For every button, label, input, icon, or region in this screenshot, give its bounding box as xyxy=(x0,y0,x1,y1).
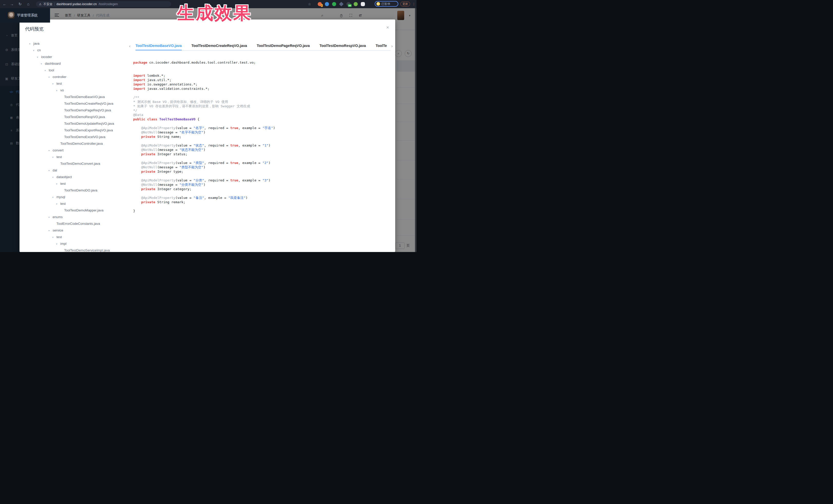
tree-node[interactable]: ▾test xyxy=(20,80,130,87)
tree-node[interactable]: ▾enums xyxy=(20,214,130,220)
tree-node-label[interactable]: convert xyxy=(53,148,64,152)
caret-down-icon[interactable]: ▾ xyxy=(55,241,58,247)
caret-down-icon[interactable]: ▾ xyxy=(51,234,55,241)
caret-down-icon[interactable]: ▾ xyxy=(55,181,58,187)
tree-node-label[interactable]: enums xyxy=(53,215,63,219)
tree-node[interactable]: ▾ToolTestDemoDO.java xyxy=(20,187,130,194)
tree-node[interactable]: ▾ToolTestDemoExcelVO.java xyxy=(20,134,130,140)
tab[interactable]: ToolTestDemoRespVO.java xyxy=(319,42,366,50)
tree-node-label[interactable]: test xyxy=(56,81,62,86)
tree-node-label[interactable]: ToolTestDemoExcelVO.java xyxy=(64,135,105,139)
code-viewer[interactable]: package cn.iocoder.dashboard.modules.too… xyxy=(133,60,394,252)
security-label[interactable]: 不安全 xyxy=(43,2,53,6)
tree-node-label[interactable]: test xyxy=(60,202,66,206)
tree-node[interactable]: ▾ToolTestDemoPageReqVO.java xyxy=(20,107,130,114)
tree-node-label[interactable]: impl xyxy=(60,242,67,246)
tree-node-label[interactable]: ToolTestDemoExportReqVO.java xyxy=(64,128,113,132)
tree-node[interactable]: ▾dashboard xyxy=(20,60,130,67)
tree-node[interactable]: ▾test xyxy=(20,234,130,240)
address-bar[interactable]: ⚠ 不安全 dashboard.yudao.iocoder.cn/tool/co… xyxy=(36,1,171,7)
tree-node-label[interactable]: controller xyxy=(53,75,66,79)
caret-down-icon[interactable]: ▾ xyxy=(47,74,51,80)
extension-diamond[interactable] xyxy=(339,2,343,6)
extension-leaf[interactable] xyxy=(354,2,358,6)
extension-orange[interactable]: 1 xyxy=(318,2,322,6)
tree-node-label[interactable]: vo xyxy=(60,88,64,92)
caret-down-icon[interactable]: ▾ xyxy=(51,174,55,181)
back-icon[interactable]: ← xyxy=(2,0,8,8)
tree-node[interactable]: ▾test xyxy=(20,154,130,160)
extension-puzzle[interactable] xyxy=(361,2,365,6)
tree-node-label[interactable]: ToolTestDemoServiceImpl.java xyxy=(64,248,110,252)
tree-node[interactable]: ▾iocoder xyxy=(20,54,130,60)
tree-node[interactable]: ▾ToolTestDemoRespVO.java xyxy=(20,114,130,120)
tree-node-label[interactable]: java xyxy=(33,42,40,45)
app-logo[interactable] xyxy=(8,12,15,19)
close-icon[interactable]: × xyxy=(386,25,389,30)
tree-node[interactable]: ▾java xyxy=(20,40,130,47)
tree-node[interactable]: ▾tool xyxy=(20,67,130,74)
tree-node-label[interactable]: ToolTestDemoMapper.java xyxy=(64,208,103,212)
tab[interactable]: ToolTe xyxy=(376,42,387,50)
caret-down-icon[interactable]: ▾ xyxy=(32,47,35,54)
tree-node[interactable]: ▾impl xyxy=(20,240,130,247)
tree-node-label[interactable]: mysql xyxy=(56,195,65,199)
tree-node-label[interactable]: ToolTestDemoBaseVO.java xyxy=(64,95,105,99)
tabs-prev-icon[interactable]: ‹ xyxy=(129,44,130,48)
tree-node[interactable]: ▾ToolTestDemoUpdateReqVO.java xyxy=(20,120,130,127)
tree-node-label[interactable]: dal xyxy=(53,168,57,172)
tree-node-label[interactable]: iocoder xyxy=(41,55,52,59)
caret-down-icon[interactable]: ▾ xyxy=(43,67,47,74)
tree-node-label[interactable]: ToolTestDemoUpdateReqVO.java xyxy=(64,122,114,125)
tree-node-label[interactable]: ToolTestDemoPageReqVO.java xyxy=(64,108,111,112)
reload-icon[interactable]: ↻ xyxy=(17,0,23,8)
tree-node[interactable]: ▾ToolTestDemoBaseVO.java xyxy=(20,94,130,100)
caret-down-icon[interactable]: ▾ xyxy=(51,194,55,201)
url-host[interactable]: dashboard.yudao.iocoder.cn xyxy=(56,2,97,6)
tree-node-label[interactable]: dataobject xyxy=(56,175,72,179)
tree-node[interactable]: ▾cn xyxy=(20,47,130,54)
tree-node-label[interactable]: service xyxy=(53,229,63,232)
tree-node[interactable]: ▾vo xyxy=(20,87,130,94)
caret-down-icon[interactable]: ▾ xyxy=(40,61,43,67)
forward-icon[interactable]: → xyxy=(9,0,15,8)
tree-node[interactable]: ▾test xyxy=(20,181,130,187)
tree-node[interactable]: ▾ToolTestDemoController.java xyxy=(20,140,130,147)
tree-node-label[interactable]: cn xyxy=(37,48,41,52)
tree-node[interactable]: ▾ToolTestDemoExportReqVO.java xyxy=(20,127,130,134)
caret-down-icon[interactable]: ▾ xyxy=(47,167,51,174)
tree-node-label[interactable]: ToolTestDemoConvert.java xyxy=(60,162,100,166)
tree-node[interactable]: ▾ToolTestDemoCreateReqVO.java xyxy=(20,100,130,107)
tree-node-label[interactable]: ToolErrorCodeConstants.java xyxy=(56,222,100,225)
home-icon[interactable]: ⌂ xyxy=(25,0,31,8)
caret-down-icon[interactable]: ▾ xyxy=(28,41,31,47)
caret-down-icon[interactable]: ▾ xyxy=(51,154,55,161)
tree-node[interactable]: ▾dal xyxy=(20,167,130,174)
tabs-next-icon[interactable]: › xyxy=(391,44,392,48)
tab[interactable]: ToolTestDemoCreateReqVO.java xyxy=(191,42,247,50)
tree-node[interactable]: ▾convert xyxy=(20,147,130,154)
tree-node[interactable]: ▾mysql xyxy=(20,194,130,200)
tab[interactable]: ToolTestDemoPageReqVO.java xyxy=(257,42,310,50)
tree-node-label[interactable]: ToolTestDemoController.java xyxy=(60,142,103,145)
caret-down-icon[interactable]: ▾ xyxy=(36,54,39,61)
tree-node[interactable]: ▾ToolTestDemoMapper.java xyxy=(20,207,130,214)
paused-extension-button[interactable]: 已暂停 xyxy=(375,1,398,7)
page-scrollbar[interactable] xyxy=(415,8,416,252)
extension-green-check[interactable] xyxy=(332,2,336,6)
extension-list[interactable]: on xyxy=(347,2,351,6)
tree-node-label[interactable]: test xyxy=(56,235,62,239)
caret-down-icon[interactable]: ▾ xyxy=(47,214,51,221)
tree-node[interactable]: ▾dataobject xyxy=(20,174,130,181)
tree-node[interactable]: ▾service xyxy=(20,227,130,234)
extension-blue-drop[interactable] xyxy=(325,2,329,6)
caret-down-icon[interactable]: ▾ xyxy=(47,227,51,234)
caret-down-icon[interactable]: ▾ xyxy=(51,80,55,87)
caret-down-icon[interactable]: ▾ xyxy=(47,147,51,154)
tree-node-label[interactable]: tool xyxy=(49,68,54,72)
tab[interactable]: ToolTestDemoBaseVO.java xyxy=(136,42,182,50)
tree-node[interactable]: ▾controller xyxy=(20,74,130,80)
caret-down-icon[interactable]: ▾ xyxy=(55,201,58,207)
bookmark-star-icon[interactable]: ☆ xyxy=(308,0,311,8)
update-browser-button[interactable]: 更新 xyxy=(400,2,410,6)
